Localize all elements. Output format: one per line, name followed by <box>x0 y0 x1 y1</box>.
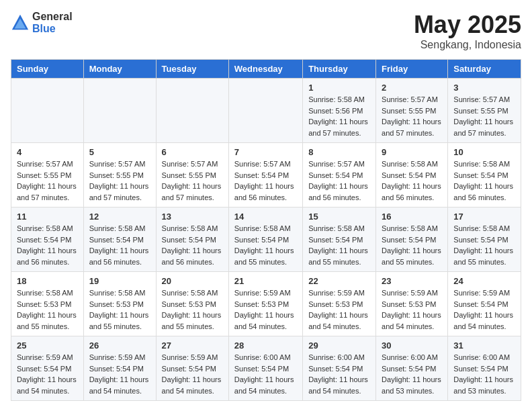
day-number: 10 <box>453 147 515 157</box>
day-number: 26 <box>89 340 150 351</box>
day-info: Sunrise: 5:59 AM Sunset: 5:53 PM Dayligh… <box>382 287 442 332</box>
calendar-cell: 14Sunrise: 5:58 AM Sunset: 5:54 PM Dayli… <box>228 208 302 272</box>
calendar-cell: 26Sunrise: 5:59 AM Sunset: 5:54 PM Dayli… <box>83 336 156 401</box>
calendar-cell: 20Sunrise: 5:58 AM Sunset: 5:53 PM Dayli… <box>156 272 228 336</box>
logo-text: General Blue <box>32 11 73 34</box>
day-info: Sunrise: 6:00 AM Sunset: 5:54 PM Dayligh… <box>234 352 297 396</box>
calendar-week-row: 18Sunrise: 5:58 AM Sunset: 5:53 PM Dayli… <box>11 272 521 336</box>
calendar-cell: 16Sunrise: 5:58 AM Sunset: 5:54 PM Dayli… <box>376 208 448 272</box>
calendar-cell: 15Sunrise: 5:58 AM Sunset: 5:54 PM Dayli… <box>303 208 376 272</box>
weekday-header-saturday: Saturday <box>448 60 521 79</box>
day-info: Sunrise: 5:58 AM Sunset: 5:54 PM Dayligh… <box>382 223 442 267</box>
calendar-title: May 2025 <box>414 11 521 39</box>
day-info: Sunrise: 6:00 AM Sunset: 5:54 PM Dayligh… <box>453 352 515 396</box>
day-info: Sunrise: 5:57 AM Sunset: 5:55 PM Dayligh… <box>382 94 442 138</box>
day-info: Sunrise: 6:00 AM Sunset: 5:54 PM Dayligh… <box>382 352 442 396</box>
calendar-cell: 28Sunrise: 6:00 AM Sunset: 5:54 PM Dayli… <box>228 336 302 401</box>
day-number: 4 <box>17 147 78 157</box>
weekday-header-friday: Friday <box>376 60 448 79</box>
calendar-cell: 18Sunrise: 5:58 AM Sunset: 5:53 PM Dayli… <box>11 272 84 336</box>
logo-general-text: General <box>32 11 73 23</box>
title-area: May 2025 Sengkang, Indonesia <box>414 11 521 51</box>
day-number: 22 <box>308 276 370 286</box>
day-info: Sunrise: 5:57 AM Sunset: 5:55 PM Dayligh… <box>453 94 515 138</box>
day-number: 13 <box>162 212 223 222</box>
calendar-cell: 31Sunrise: 6:00 AM Sunset: 5:54 PM Dayli… <box>448 336 521 401</box>
day-number: 2 <box>382 83 442 93</box>
day-info: Sunrise: 5:57 AM Sunset: 5:55 PM Dayligh… <box>162 158 223 203</box>
calendar-body: 1Sunrise: 5:58 AM Sunset: 5:56 PM Daylig… <box>11 79 521 401</box>
calendar-week-row: 4Sunrise: 5:57 AM Sunset: 5:55 PM Daylig… <box>11 143 521 208</box>
day-number: 19 <box>89 276 150 286</box>
calendar-cell: 12Sunrise: 5:58 AM Sunset: 5:54 PM Dayli… <box>83 208 156 272</box>
calendar-cell: 8Sunrise: 5:57 AM Sunset: 5:54 PM Daylig… <box>303 143 376 208</box>
day-info: Sunrise: 5:58 AM Sunset: 5:54 PM Dayligh… <box>89 223 150 267</box>
day-info: Sunrise: 5:58 AM Sunset: 5:56 PM Dayligh… <box>308 94 370 138</box>
calendar-cell: 5Sunrise: 5:57 AM Sunset: 5:55 PM Daylig… <box>83 143 156 208</box>
day-info: Sunrise: 5:57 AM Sunset: 5:54 PM Dayligh… <box>308 158 370 203</box>
day-number: 1 <box>308 83 370 93</box>
day-number: 15 <box>308 212 370 222</box>
day-info: Sunrise: 5:58 AM Sunset: 5:54 PM Dayligh… <box>162 223 223 267</box>
logo-icon <box>11 13 30 32</box>
day-number: 24 <box>453 276 515 286</box>
calendar-week-row: 11Sunrise: 5:58 AM Sunset: 5:54 PM Dayli… <box>11 208 521 272</box>
calendar-cell: 24Sunrise: 5:59 AM Sunset: 5:54 PM Dayli… <box>448 272 521 336</box>
day-number: 11 <box>17 212 78 222</box>
calendar-cell: 17Sunrise: 5:58 AM Sunset: 5:54 PM Dayli… <box>448 208 521 272</box>
day-number: 31 <box>453 340 515 351</box>
day-info: Sunrise: 5:58 AM Sunset: 5:53 PM Dayligh… <box>89 287 150 332</box>
day-number: 12 <box>89 212 150 222</box>
day-info: Sunrise: 5:59 AM Sunset: 5:53 PM Dayligh… <box>308 287 370 332</box>
weekday-header-thursday: Thursday <box>303 60 376 79</box>
day-number: 18 <box>17 276 78 286</box>
day-number: 17 <box>453 212 515 222</box>
calendar-cell: 25Sunrise: 5:59 AM Sunset: 5:54 PM Dayli… <box>11 336 84 401</box>
day-number: 25 <box>17 340 78 351</box>
day-info: Sunrise: 5:58 AM Sunset: 5:53 PM Dayligh… <box>162 287 223 332</box>
weekday-header-sunday: Sunday <box>11 60 84 79</box>
calendar-cell: 10Sunrise: 5:58 AM Sunset: 5:54 PM Dayli… <box>448 143 521 208</box>
day-info: Sunrise: 5:57 AM Sunset: 5:54 PM Dayligh… <box>234 158 297 203</box>
weekday-header-wednesday: Wednesday <box>228 60 302 79</box>
calendar-week-row: 25Sunrise: 5:59 AM Sunset: 5:54 PM Dayli… <box>11 336 521 401</box>
day-info: Sunrise: 5:58 AM Sunset: 5:53 PM Dayligh… <box>17 287 78 332</box>
day-info: Sunrise: 5:58 AM Sunset: 5:54 PM Dayligh… <box>453 223 515 267</box>
calendar-cell: 21Sunrise: 5:59 AM Sunset: 5:53 PM Dayli… <box>228 272 302 336</box>
day-number: 27 <box>162 340 223 351</box>
day-number: 3 <box>453 83 515 93</box>
day-info: Sunrise: 5:58 AM Sunset: 5:54 PM Dayligh… <box>234 223 297 267</box>
calendar-cell: 3Sunrise: 5:57 AM Sunset: 5:55 PM Daylig… <box>448 79 521 143</box>
calendar-week-row: 1Sunrise: 5:58 AM Sunset: 5:56 PM Daylig… <box>11 79 521 143</box>
day-number: 30 <box>382 340 442 351</box>
calendar-cell: 11Sunrise: 5:58 AM Sunset: 5:54 PM Dayli… <box>11 208 84 272</box>
day-info: Sunrise: 5:59 AM Sunset: 5:54 PM Dayligh… <box>453 287 515 332</box>
day-info: Sunrise: 5:59 AM Sunset: 5:54 PM Dayligh… <box>89 352 150 396</box>
calendar-cell: 2Sunrise: 5:57 AM Sunset: 5:55 PM Daylig… <box>376 79 448 143</box>
calendar-cell: 7Sunrise: 5:57 AM Sunset: 5:54 PM Daylig… <box>228 143 302 208</box>
day-info: Sunrise: 5:57 AM Sunset: 5:55 PM Dayligh… <box>89 158 150 203</box>
calendar-cell <box>11 79 84 143</box>
calendar-cell: 13Sunrise: 5:58 AM Sunset: 5:54 PM Dayli… <box>156 208 228 272</box>
day-info: Sunrise: 5:58 AM Sunset: 5:54 PM Dayligh… <box>308 223 370 267</box>
day-number: 16 <box>382 212 442 222</box>
calendar-subtitle: Sengkang, Indonesia <box>414 39 521 51</box>
day-number: 7 <box>234 147 297 157</box>
day-info: Sunrise: 5:57 AM Sunset: 5:55 PM Dayligh… <box>17 158 78 203</box>
day-number: 21 <box>234 276 297 286</box>
day-number: 5 <box>89 147 150 157</box>
calendar-cell <box>83 79 156 143</box>
day-number: 28 <box>234 340 297 351</box>
day-number: 20 <box>162 276 223 286</box>
calendar-cell <box>156 79 228 143</box>
day-info: Sunrise: 5:58 AM Sunset: 5:54 PM Dayligh… <box>453 158 515 203</box>
calendar-cell: 1Sunrise: 5:58 AM Sunset: 5:56 PM Daylig… <box>303 79 376 143</box>
day-number: 23 <box>382 276 442 286</box>
logo-blue-text: Blue <box>32 23 73 35</box>
weekday-header-monday: Monday <box>83 60 156 79</box>
calendar-cell: 29Sunrise: 6:00 AM Sunset: 5:54 PM Dayli… <box>303 336 376 401</box>
calendar-cell: 19Sunrise: 5:58 AM Sunset: 5:53 PM Dayli… <box>83 272 156 336</box>
day-info: Sunrise: 5:59 AM Sunset: 5:53 PM Dayligh… <box>234 287 297 332</box>
day-number: 8 <box>308 147 370 157</box>
calendar-cell <box>228 79 302 143</box>
